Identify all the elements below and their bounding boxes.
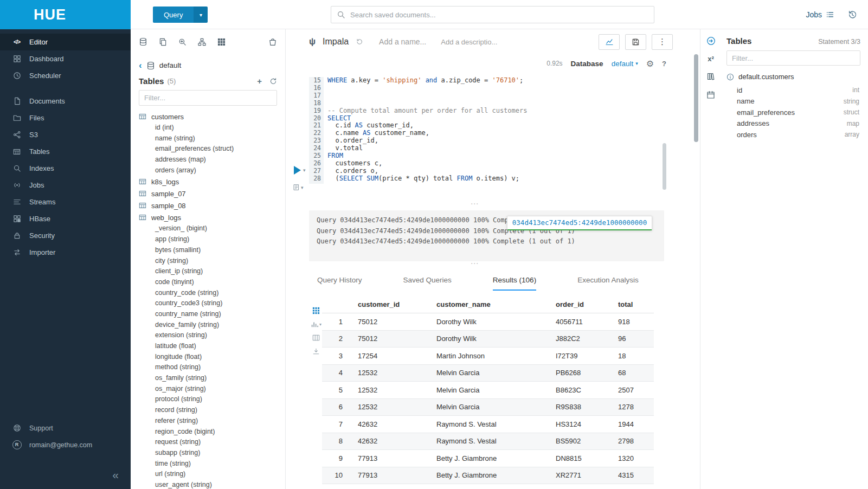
tab-saved-queries[interactable]: Saved Queries bbox=[403, 276, 452, 291]
results-cell[interactable]: Dorothy Wilk bbox=[436, 318, 556, 326]
results-cell[interactable]: 12532 bbox=[358, 403, 436, 411]
results-cell[interactable]: 2798 bbox=[618, 437, 654, 445]
schema-column[interactable]: namestring bbox=[726, 96, 860, 107]
data-sources-icon[interactable] bbox=[139, 37, 147, 46]
assist-column[interactable]: country_name (string) bbox=[139, 309, 285, 320]
assist-table[interactable]: customers bbox=[139, 111, 285, 123]
results-column-header[interactable]: customer_name bbox=[436, 300, 556, 308]
results-cell[interactable]: 918 bbox=[618, 318, 654, 326]
resize-handle-top[interactable]: ⋯ bbox=[286, 202, 664, 208]
collapse-sidebar-button[interactable]: « bbox=[112, 468, 119, 481]
functions-icon[interactable]: x² bbox=[708, 55, 714, 62]
results-cell[interactable]: Betty J. Giambrone bbox=[436, 471, 556, 479]
results-cell[interactable]: 75012 bbox=[358, 334, 436, 343]
code-line[interactable]: ​ bbox=[327, 92, 663, 100]
chart-view-button[interactable]: ▾ bbox=[311, 320, 322, 328]
results-cell[interactable]: 42632 bbox=[358, 437, 436, 445]
assistant-icon[interactable] bbox=[706, 36, 716, 46]
code-line[interactable]: ​ bbox=[327, 85, 663, 92]
assist-table[interactable]: k8s_logs bbox=[139, 176, 285, 188]
results-cell[interactable]: Dorothy Wilk bbox=[436, 334, 556, 343]
save-button[interactable] bbox=[625, 34, 646, 50]
results-cell[interactable]: 1944 bbox=[618, 420, 654, 428]
documents-assist-icon[interactable] bbox=[159, 38, 167, 46]
code-line[interactable]: c.orders o, bbox=[327, 168, 663, 175]
assist-column[interactable]: url (string) bbox=[139, 469, 285, 480]
sidebar-item-dashboard[interactable]: Dashboard bbox=[0, 50, 131, 67]
code-line[interactable]: SELECT bbox=[327, 115, 663, 123]
results-cell[interactable]: 77913 bbox=[358, 471, 436, 479]
query-description-field[interactable]: Add a descriptio... bbox=[441, 38, 497, 46]
sidebar-footer-account[interactable]: Rromain@gethue.com bbox=[0, 436, 131, 453]
results-cell[interactable]: Melvin Garcia bbox=[436, 386, 556, 394]
sidebar-item-streams[interactable]: Streams bbox=[0, 194, 131, 210]
results-cell[interactable]: Betty J. Giambrone bbox=[436, 454, 556, 462]
assist-column[interactable]: user_agent (string) bbox=[139, 480, 285, 489]
code-area[interactable]: WHERE a.key = 'shipping' and a.zip_code … bbox=[324, 77, 663, 184]
assist-column[interactable]: country_code3 (string) bbox=[139, 298, 285, 309]
results-cell[interactable]: R9S838 bbox=[556, 403, 618, 411]
assist-column[interactable]: protocol (string) bbox=[139, 394, 285, 405]
help-icon[interactable]: ? bbox=[662, 60, 666, 68]
sidebar-item-jobs[interactable]: Jobs bbox=[0, 177, 131, 194]
apps-grid-icon[interactable] bbox=[217, 38, 226, 46]
chart-button[interactable] bbox=[599, 34, 620, 50]
grid-view-button[interactable] bbox=[312, 307, 320, 314]
tab-query-history[interactable]: Query History bbox=[317, 276, 362, 291]
editor-scrollbar[interactable] bbox=[663, 143, 666, 190]
assist-column[interactable]: region_code (bigint) bbox=[139, 427, 285, 437]
sidebar-item-editor[interactable]: </>Editor bbox=[0, 34, 131, 50]
sidebar-item-hbase[interactable]: HBase bbox=[0, 210, 131, 227]
results-cell[interactable]: J882C2 bbox=[556, 334, 618, 343]
assist-column[interactable]: os_major (string) bbox=[139, 384, 285, 395]
sidebar-item-files[interactable]: Files bbox=[0, 110, 131, 126]
presentation-mode-button[interactable]: ▾ bbox=[293, 184, 304, 191]
sidebar-item-s3[interactable]: S3 bbox=[0, 126, 131, 143]
tab-results-106[interactable]: Results (106) bbox=[493, 276, 536, 291]
assist-column[interactable]: subapp (string) bbox=[139, 448, 285, 459]
global-search-input[interactable] bbox=[350, 11, 648, 19]
language-reference-icon[interactable] bbox=[706, 72, 715, 81]
query-history-toggle-icon[interactable] bbox=[356, 38, 363, 46]
assist-column[interactable]: client_ip (string) bbox=[139, 266, 285, 277]
breadcrumb-database[interactable]: default bbox=[159, 61, 182, 69]
sidebar-item-tables[interactable]: Tables bbox=[0, 143, 131, 160]
results-cell[interactable]: Martin Johnson bbox=[436, 352, 556, 360]
schema-column[interactable]: idint bbox=[726, 85, 860, 96]
code-line[interactable]: -- Compute total amount per order for al… bbox=[327, 107, 663, 115]
assist-column[interactable]: longitude (float) bbox=[139, 352, 285, 363]
query-id-popover[interactable]: 034d413ec7474ed5:4249de1000000000 bbox=[507, 216, 652, 230]
schema-column[interactable]: email_preferencesstruct bbox=[726, 107, 860, 118]
code-line[interactable]: customers c, bbox=[327, 160, 663, 168]
results-cell[interactable]: 68 bbox=[618, 369, 654, 377]
query-name-field[interactable]: Add a name... bbox=[379, 37, 426, 46]
results-column-header[interactable]: order_id bbox=[556, 300, 618, 308]
assist-column[interactable]: record (string) bbox=[139, 405, 285, 416]
right-filter-input[interactable] bbox=[732, 54, 855, 62]
code-line[interactable]: FROM bbox=[327, 152, 663, 160]
results-cell[interactable]: HS3124 bbox=[556, 420, 618, 428]
code-line[interactable]: c.id AS customer_id, bbox=[327, 122, 663, 130]
download-button[interactable] bbox=[312, 348, 320, 355]
results-cell[interactable]: B8623C bbox=[556, 386, 618, 394]
assist-column[interactable]: code (tinyint) bbox=[139, 277, 285, 288]
tab-execution-analysis[interactable]: Execution Analysis bbox=[577, 276, 639, 291]
sitemap-icon[interactable] bbox=[198, 38, 206, 46]
query-type-caret-icon[interactable]: ▾ bbox=[194, 7, 208, 23]
assist-column[interactable]: extension (string) bbox=[139, 330, 285, 341]
new-query-button[interactable]: Query bbox=[153, 7, 194, 23]
results-cell[interactable]: 75012 bbox=[358, 318, 436, 326]
basket-icon[interactable] bbox=[268, 37, 277, 46]
results-column-header[interactable]: customer_id bbox=[358, 300, 436, 308]
schema-column[interactable]: ordersarray bbox=[726, 129, 860, 140]
active-table[interactable]: default.customers bbox=[726, 73, 860, 81]
assist-column[interactable]: country_code (string) bbox=[139, 288, 285, 299]
results-cell[interactable]: 1278 bbox=[618, 403, 654, 411]
results-cell[interactable]: Melvin Garcia bbox=[436, 403, 556, 411]
assist-column[interactable]: city (string) bbox=[139, 256, 285, 267]
assist-table[interactable]: sample_07 bbox=[139, 188, 285, 200]
results-cell[interactable]: 18 bbox=[618, 352, 654, 360]
assist-column[interactable]: email_preferences (struct) bbox=[139, 144, 285, 155]
assist-column[interactable]: referer (string) bbox=[139, 416, 285, 427]
results-cell[interactable]: 2507 bbox=[618, 386, 654, 394]
